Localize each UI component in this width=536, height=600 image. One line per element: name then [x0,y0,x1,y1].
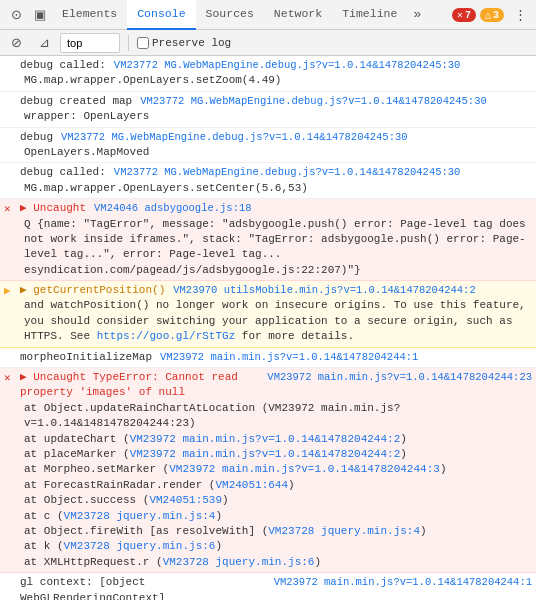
tab-elements[interactable]: Elements [52,0,127,30]
https-link[interactable]: https://goo.gl/rStTGz [97,330,236,342]
inspect-icon[interactable]: ⊙ [4,3,28,27]
log-source-link[interactable]: VM23772 MG.WebMapEngine.debug.js?v=1.0.1… [114,58,461,73]
toolbar-right: ✕7 △3 ⋮ [452,3,532,27]
warning-icon: △ [485,10,491,21]
log-entry: morpheoInitializeMap VM23972 main.min.js… [0,348,536,368]
log-body: debug created map VM23772 MG.WebMapEngin… [20,94,532,125]
warning-count-badge: △3 [480,8,504,22]
log-source-link[interactable]: VM23970 utilsMobile.min.js?v=1.0.14&1478… [173,283,475,298]
log-source-link[interactable]: VM23772 MG.WebMapEngine.debug.js?v=1.0.1… [140,94,487,109]
log-source-link[interactable]: VM23972 main.min.js?v=1.0.14&1478204244:… [267,370,532,385]
log-detail: OpenLayers.MapMoved [20,145,532,160]
error-icon: ✕ [4,202,11,217]
log-detail: and watchPosition() no longer work on in… [20,298,532,344]
log-source-link[interactable]: VM23972 main.min.js?v=1.0.14&1478204244:… [160,350,418,365]
more-options-icon[interactable]: ⋮ [508,3,532,27]
preserve-log-checkbox[interactable] [137,37,149,49]
log-message: gl context: [object WebGLRenderingContex… [20,575,266,600]
log-source-link[interactable]: VM24046 adsbygoogle.js:18 [94,201,252,216]
log-row: ▶ Uncaught VM24046 adsbygoogle.js:18 [20,201,532,216]
log-message: ▶ Uncaught TypeError: Cannot read proper… [20,370,259,401]
filter-input[interactable] [60,33,120,53]
log-body: ▶ Uncaught TypeError: Cannot read proper… [20,370,532,570]
devtools-toolbar: ⊙ ▣ Elements Console Sources Network Tim… [0,0,536,30]
preserve-log-container: Preserve log [137,37,231,49]
log-message: debug created map [20,94,132,109]
stack-link[interactable]: VM23972 main.min.js?v=1.0.14&1478204244:… [169,463,440,475]
log-message: ▶ getCurrentPosition() [20,283,165,298]
log-message: debug called: [20,58,106,73]
log-body: debug called: VM23772 MG.WebMapEngine.de… [20,58,532,89]
log-body: debug called: VM23772 MG.WebMapEngine.de… [20,165,532,196]
log-detail: MG.map.wrapper.OpenLayers.setCenter(5.6,… [20,181,532,196]
log-message: ▶ Uncaught [20,201,86,216]
log-message: debug [20,130,53,145]
log-detail: wrapper: OpenLayers [20,109,532,124]
stack-link[interactable]: VM24051:644 [215,479,288,491]
stack-line: at updateChart (VM23972 main.min.js?v=1.… [20,432,532,447]
tab-sources[interactable]: Sources [196,0,264,30]
stack-link[interactable]: VM23728 jquery.min.js:6 [64,540,216,552]
filter-bar: ⊘ ⊿ Preserve log [0,30,536,56]
log-row: morpheoInitializeMap VM23972 main.min.js… [20,350,532,365]
tab-bar: Elements Console Sources Network Timelin… [52,0,452,30]
log-row: ▶ Uncaught TypeError: Cannot read proper… [20,370,532,401]
log-row: debug called: VM23772 MG.WebMapEngine.de… [20,58,532,73]
log-body: morpheoInitializeMap VM23972 main.min.js… [20,350,532,365]
stack-line: at k (VM23728 jquery.min.js:6) [20,539,532,554]
stack-line: at XMLHttpRequest.r (VM23728 jquery.min.… [20,555,532,570]
divider [128,35,129,51]
log-body: gl context: [object WebGLRenderingContex… [20,575,532,600]
log-source-link[interactable]: VM23772 MG.WebMapEngine.debug.js?v=1.0.1… [61,130,408,145]
log-entry: gl context: [object WebGLRenderingContex… [0,573,536,600]
log-detail: Q {name: "TagError", message: "adsbygoog… [20,217,532,279]
error-icon: ✕ [457,10,463,21]
stack-link[interactable]: VM23728 jquery.min.js:4 [64,510,216,522]
log-message: morpheoInitializeMap [20,350,152,365]
stack-link[interactable]: VM24051:539 [149,494,222,506]
stack-link[interactable]: VM23972 main.min.js?v=1.0.14&1478204244:… [130,433,401,445]
log-entry: debug called: VM23772 MG.WebMapEngine.de… [0,163,536,199]
log-row: debug called: VM23772 MG.WebMapEngine.de… [20,165,532,180]
stack-line: at Morpheo.setMarker (VM23972 main.min.j… [20,462,532,477]
stack-link[interactable]: VM23728 jquery.min.js:4 [268,525,420,537]
clear-console-icon[interactable]: ⊘ [4,31,28,55]
log-source-link[interactable]: VM23972 main.min.js?v=1.0.14&1478204244:… [274,575,532,590]
log-entry: debug called: VM23772 MG.WebMapEngine.de… [0,56,536,92]
stack-line: at c (VM23728 jquery.min.js:4) [20,509,532,524]
log-body: ▶ getCurrentPosition() VM23970 utilsMobi… [20,283,532,345]
more-tabs-icon[interactable]: » [407,0,427,30]
device-icon[interactable]: ▣ [28,3,52,27]
log-body: debug VM23772 MG.WebMapEngine.debug.js?v… [20,130,532,161]
log-row: gl context: [object WebGLRenderingContex… [20,575,532,600]
console-content: debug called: VM23772 MG.WebMapEngine.de… [0,56,536,600]
error-icon: ✕ [4,371,11,386]
filter-icon[interactable]: ⊿ [32,31,56,55]
log-entry-error: ✕ ▶ Uncaught TypeError: Cannot read prop… [0,368,536,573]
log-body: ▶ Uncaught VM24046 adsbygoogle.js:18 Q {… [20,201,532,278]
log-entry: debug VM23772 MG.WebMapEngine.debug.js?v… [0,128,536,164]
log-source-link[interactable]: VM23772 MG.WebMapEngine.debug.js?v=1.0.1… [114,165,461,180]
log-detail: MG.map.wrapper.OpenLayers.setZoom(4.49) [20,73,532,88]
log-row: debug VM23772 MG.WebMapEngine.debug.js?v… [20,130,532,145]
stack-link[interactable]: VM23728 jquery.min.js:6 [163,556,315,568]
stack-line: at placeMarker (VM23972 main.min.js?v=1.… [20,447,532,462]
stack-line: at Object.fireWith [as resolveWith] (VM2… [20,524,532,539]
tab-console[interactable]: Console [127,0,195,30]
stack-link[interactable]: VM23972 main.min.js?v=1.0.14&1478204244:… [130,448,401,460]
stack-line: at ForecastRainRadar.render (VM24051:644… [20,478,532,493]
error-count-badge: ✕7 [452,8,476,22]
tab-timeline[interactable]: Timeline [332,0,407,30]
log-row: ▶ getCurrentPosition() VM23970 utilsMobi… [20,283,532,298]
tab-network[interactable]: Network [264,0,332,30]
stack-line: at Object.updateRainChartAtLocation (VM2… [20,401,532,432]
warn-icon: ▶ [4,284,11,299]
stack-line: at Object.success (VM24051:539) [20,493,532,508]
log-entry-warn: ▶ ▶ getCurrentPosition() VM23970 utilsMo… [0,281,536,348]
log-message: debug called: [20,165,106,180]
log-row: debug created map VM23772 MG.WebMapEngin… [20,94,532,109]
log-entry: debug created map VM23772 MG.WebMapEngin… [0,92,536,128]
preserve-log-label: Preserve log [152,37,231,49]
log-entry-error: ✕ ▶ Uncaught VM24046 adsbygoogle.js:18 Q… [0,199,536,281]
